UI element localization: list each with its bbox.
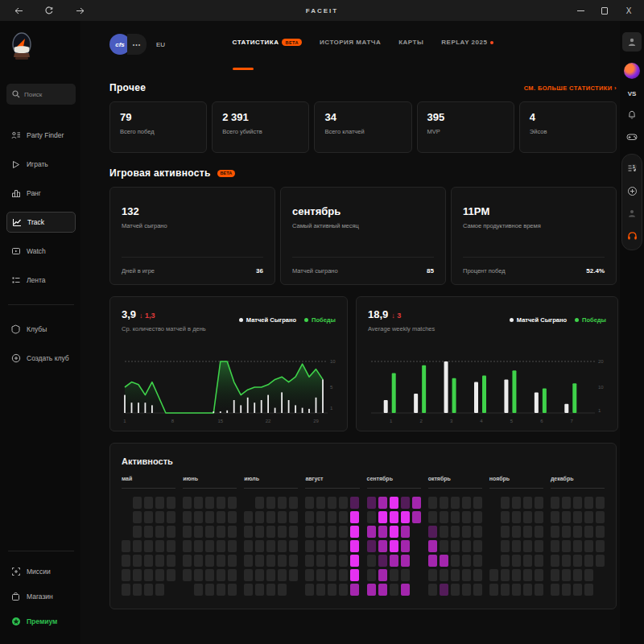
wins-bar (482, 376, 486, 413)
heatmap-cell (183, 511, 192, 523)
heatmap-cell (440, 555, 448, 567)
heatmap-cell (428, 569, 437, 581)
heatmap-cell (428, 511, 437, 523)
heatmap-cell (523, 569, 532, 581)
heatmap-cell (205, 584, 214, 596)
heatmap-cell (205, 569, 214, 581)
sidebar-item-label: Лента (27, 276, 46, 284)
section-title-game-activity: Игровая активность (109, 167, 211, 179)
matches-bar (240, 405, 242, 413)
heatmap-cell (473, 540, 482, 552)
heatmap-cell (328, 497, 336, 509)
heatmap-cell (228, 584, 237, 596)
sidebar-item-shop[interactable]: Магазин (6, 586, 76, 607)
heatmap-cell (535, 569, 543, 581)
matches-bar (267, 395, 269, 413)
heatmap-cell (440, 511, 448, 523)
sidebar-item-rank[interactable]: Ранг (6, 183, 76, 204)
heatmap-cell (401, 569, 410, 581)
heatmap-grid (183, 497, 237, 596)
sidebar-item-feed[interactable]: Лента (6, 270, 76, 291)
heatmap-month: ноябрь (489, 476, 543, 596)
heatmap-cell (316, 511, 325, 523)
chart-value: 18,9 (368, 308, 388, 320)
sidebar-item-track[interactable]: Track (6, 212, 76, 233)
matches-bar (261, 400, 262, 413)
heatmap-cell (255, 540, 264, 552)
sidebar-item-play[interactable]: Играть (6, 154, 76, 175)
heatmap-cell (133, 569, 142, 581)
controller-icon[interactable] (626, 131, 638, 142)
tab-statistics[interactable]: СТАТИСТИКА BETA (233, 39, 302, 46)
heatmap-cell (473, 511, 482, 523)
sidebar-item-create-club[interactable]: Создать клуб (6, 348, 76, 369)
profile-tile-button[interactable] (622, 32, 642, 52)
see-more-stats-link[interactable]: СМ. БОЛЬШЕ СТАТИСТИКИ › (524, 85, 617, 92)
heatmap-cell (194, 555, 203, 567)
member-icon[interactable] (626, 208, 638, 219)
heatmap-cell (278, 569, 287, 581)
tab-match-history[interactable]: ИСТОРИЯ МАТЧА (320, 39, 381, 46)
matches-bar (384, 400, 388, 413)
heatmap-grid (428, 497, 482, 596)
voice-headphones-icon[interactable] (626, 230, 638, 242)
heatmap-cell (305, 511, 314, 523)
x-axis-tick: 3 (450, 419, 453, 423)
heatmap-month: август (305, 476, 359, 596)
notifications-bell-icon[interactable] (626, 109, 638, 120)
add-circle-icon[interactable] (626, 185, 638, 196)
heatmap-cell (401, 526, 410, 538)
heatmap-month: сентябрь (367, 476, 421, 596)
friend-avatar[interactable] (624, 63, 640, 79)
heatmap-cell (440, 540, 448, 552)
tab-maps[interactable]: КАРТЫ (398, 39, 423, 46)
stat-card-mvp: 395 MVP (417, 101, 514, 153)
activity-card-matches: 132 Матчей сыграно Дней в игре 36 (109, 187, 275, 285)
sidebar-item-party-finder[interactable]: Party Finder (6, 125, 76, 146)
sidebar-item-label: Ранг (27, 189, 41, 197)
heatmap-cell (562, 569, 571, 581)
heatmap-cell (133, 511, 142, 523)
heatmap-cell (584, 555, 593, 567)
heatmap-cell (562, 584, 571, 596)
matches-bar (295, 405, 296, 413)
feed-list-icon (10, 275, 21, 286)
sidebar-item-missions[interactable]: Миссии (6, 561, 76, 582)
sidebar-item-label: Создать клуб (27, 354, 69, 362)
faceit-snowglobe-logo[interactable] (10, 31, 34, 63)
stat-card-wins: 79 Всего побед (109, 101, 207, 153)
tab-replay[interactable]: REPLAY 2025 (441, 39, 493, 46)
heatmap-cell (339, 569, 348, 581)
sidebar-item-watch[interactable]: Watch (6, 241, 76, 262)
heatmap-cell (183, 526, 192, 538)
heatmap-cell (266, 584, 275, 596)
versus-label[interactable]: VS (628, 90, 637, 97)
heatmap-cell (501, 540, 510, 552)
heatmap-cell (205, 526, 214, 538)
heatmap-cell (183, 497, 192, 509)
heatmap-cell (155, 526, 164, 538)
heatmap-month-label: сентябрь (367, 476, 421, 481)
heatmap-cell (350, 511, 359, 523)
heatmap-cell (266, 511, 275, 523)
heatmap-cell (367, 584, 376, 596)
heatmap-cell (390, 540, 398, 552)
heatmap-cell (228, 511, 237, 523)
sidebar-item-premium[interactable]: Премиум (6, 611, 76, 632)
heatmap-cell (266, 540, 275, 552)
heatmap-cell (255, 497, 264, 509)
search-input[interactable]: Поиск (6, 84, 76, 105)
sidebar-item-clubs[interactable]: Клубы (6, 319, 76, 340)
heatmap-title: Активность (122, 456, 605, 466)
heatmap-cell (367, 540, 376, 552)
heatmap-cell (535, 511, 543, 523)
matches-bar (414, 394, 418, 413)
heatmap-grid (305, 497, 359, 596)
heatmap-month: октябрь (428, 476, 482, 596)
matches-bar (233, 400, 235, 413)
heatmap-cell (535, 526, 543, 538)
legend-dot-matches (510, 318, 514, 322)
heatmap-cell (501, 569, 510, 581)
heatmap-cell (205, 511, 214, 523)
queue-list-icon[interactable]: 1 (626, 163, 638, 174)
